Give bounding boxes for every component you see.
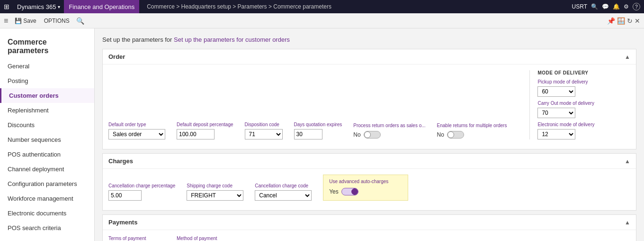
search-icon[interactable]: 🔍 [591, 3, 598, 10]
charges-section-title: Charges [108, 158, 133, 165]
payments-section-header: Payments ▲ [103, 215, 636, 230]
cancellation-pct-input[interactable] [108, 190, 142, 201]
sidebar-item-posting[interactable]: Posting [0, 74, 94, 88]
mode-delivery-title: MODE OF DELIVERY [537, 70, 615, 75]
payments-collapse-arrow[interactable]: ▲ [625, 219, 630, 226]
sidebar-item-pos-search-criteria[interactable]: POS search criteria [0, 221, 94, 235]
electronic-mode-label: Electronic mode of delivery [537, 122, 615, 127]
carryout-mode-select[interactable]: 70 [537, 108, 575, 118]
bell-icon[interactable]: 🔔 [613, 3, 620, 10]
apps-menu[interactable]: ⊞ [0, 0, 13, 13]
page-container: Commerce parameters General Posting Cust… [0, 28, 644, 241]
default-deposit-pct-label: Default deposit percentage [177, 122, 233, 127]
process-return-field: Process return orders as sales o... No [353, 123, 425, 139]
settings-icon[interactable]: ⚙ [624, 3, 629, 10]
window-icon[interactable]: 🪟 [617, 17, 625, 25]
brand-d365[interactable]: Dynamics 365 ▾ [13, 0, 64, 13]
chat-icon[interactable]: 💬 [602, 3, 609, 10]
pickup-mode-select[interactable]: 60 [537, 86, 575, 97]
top-nav: ⊞ Dynamics 365 ▾ Finance and Operations … [0, 0, 644, 13]
shipping-code-field: Shipping charge code FREIGHT [187, 183, 243, 201]
options-button[interactable]: OPTIONS [41, 17, 72, 25]
payments-fields-row: Terms of payment CreditCard Method of pa… [108, 236, 630, 241]
charges-section-body: Cancellation charge percentage Shipping … [103, 169, 636, 210]
pickup-mode-label: Pickup mode of delivery [537, 79, 615, 84]
hamburger-menu[interactable]: ≡ [4, 17, 8, 25]
order-section-title: Order [108, 53, 125, 60]
process-return-toggle-wrapper: No [353, 130, 425, 139]
sidebar-item-discounts[interactable]: Discounts [0, 118, 94, 132]
enable-returns-knob [447, 131, 454, 138]
days-quotation-label: Days quotation expires [294, 122, 342, 127]
process-return-toggle[interactable] [364, 131, 381, 139]
help-icon[interactable]: ? [633, 3, 640, 10]
cancellation-code-label: Cancellation charge code [255, 183, 312, 188]
cancellation-code-field: Cancellation charge code Cancel [255, 183, 312, 201]
charges-section: Charges ▲ Cancellation charge percentage… [102, 153, 636, 211]
process-return-value: No [353, 130, 360, 139]
electronic-mode-select[interactable]: 12 [537, 129, 575, 139]
advanced-charges-knob [351, 188, 358, 195]
default-order-type-field: Default order type Sales order [108, 122, 165, 139]
process-return-label: Process return orders as sales o... [353, 123, 425, 128]
order-section: Order ▲ Default order type Sales order D… [102, 49, 636, 149]
charges-fields-row: Cancellation charge percentage Shipping … [108, 175, 630, 201]
charges-section-header: Charges ▲ [103, 154, 636, 169]
brand-d365-text: Dynamics 365 [17, 3, 56, 10]
sidebar-item-electronic-documents[interactable]: Electronic documents [0, 206, 94, 221]
enable-returns-toggle[interactable] [447, 131, 464, 139]
sidebar-item-workforce-management[interactable]: Workforce management [0, 191, 94, 206]
page-title: Commerce parameters [0, 32, 94, 59]
advanced-charges-toggle[interactable] [341, 188, 358, 195]
payments-section-body: Terms of payment CreditCard Method of pa… [103, 230, 636, 241]
sidebar-item-configuration-parameters[interactable]: Configuration parameters [0, 176, 94, 191]
disposition-code-label: Disposition code [245, 122, 283, 127]
order-section-header: Order ▲ [103, 49, 636, 65]
save-button[interactable]: 💾 Save [12, 17, 39, 25]
sidebar-item-general[interactable]: General [0, 59, 94, 74]
sidebar-item-channel-deployment[interactable]: Channel deployment [0, 162, 94, 176]
payments-section-title: Payments [108, 219, 137, 226]
default-deposit-pct-input[interactable] [177, 129, 215, 139]
process-return-knob [364, 131, 371, 138]
default-deposit-pct-field: Default deposit percentage [177, 122, 233, 139]
terms-payment-field: Terms of payment CreditCard [108, 236, 165, 241]
enable-returns-toggle-wrapper: No [437, 130, 507, 139]
sidebar-item-pos-authentication[interactable]: POS authentication [0, 147, 94, 162]
electronic-mode-field: Electronic mode of delivery 12 [537, 122, 615, 139]
toolbar-search-icon[interactable]: 🔍 [76, 17, 84, 25]
days-quotation-field: Days quotation expires [294, 122, 342, 139]
cancellation-code-select[interactable]: Cancel [255, 190, 312, 201]
days-quotation-input[interactable] [294, 129, 322, 139]
order-collapse-arrow[interactable]: ▲ [625, 54, 630, 60]
method-payment-label: Method of payment [177, 236, 233, 241]
shipping-code-label: Shipping charge code [187, 183, 243, 188]
sidebar: Commerce parameters General Posting Cust… [0, 28, 95, 241]
close-icon[interactable]: ✕ [635, 17, 640, 25]
main-content: Set up the parameters for Set up the par… [95, 28, 644, 241]
pin-icon[interactable]: 📌 [607, 17, 615, 25]
disposition-code-select[interactable]: 71 [245, 129, 283, 139]
brand-d365-chevron: ▾ [58, 4, 60, 9]
enable-returns-label: Enable returns for multiple orders [437, 123, 507, 128]
sidebar-item-number-sequences[interactable]: Number sequences [0, 132, 94, 147]
enable-returns-field: Enable returns for multiple orders No [437, 123, 507, 139]
order-section-body: Default order type Sales order Default d… [103, 65, 636, 149]
brand-fo: Finance and Operations [64, 0, 139, 13]
charges-collapse-arrow[interactable]: ▲ [625, 158, 630, 165]
user-label: USRT [572, 3, 587, 10]
default-order-type-select[interactable]: Sales order [108, 129, 165, 139]
payments-section: Payments ▲ Terms of payment CreditCard M… [102, 214, 636, 241]
save-label: Save [23, 18, 36, 24]
advanced-charges-highlighted: Use advanced auto-charges Yes [323, 175, 408, 201]
disposition-code-field: Disposition code 71 [245, 122, 283, 139]
sidebar-item-customer-orders[interactable]: Customer orders [0, 88, 94, 103]
sidebar-item-replenishment[interactable]: Replenishment [0, 103, 94, 118]
mode-of-delivery-section: MODE OF DELIVERY Pickup mode of delivery… [529, 70, 615, 139]
cancellation-pct-label: Cancellation charge percentage [108, 183, 175, 188]
refresh-icon[interactable]: ↻ [627, 17, 633, 25]
grid-icon: ⊞ [4, 3, 9, 10]
shipping-code-select[interactable]: FREIGHT [187, 190, 243, 201]
content-header: Set up the parameters for Set up the par… [102, 36, 636, 43]
terms-payment-label: Terms of payment [108, 236, 165, 241]
